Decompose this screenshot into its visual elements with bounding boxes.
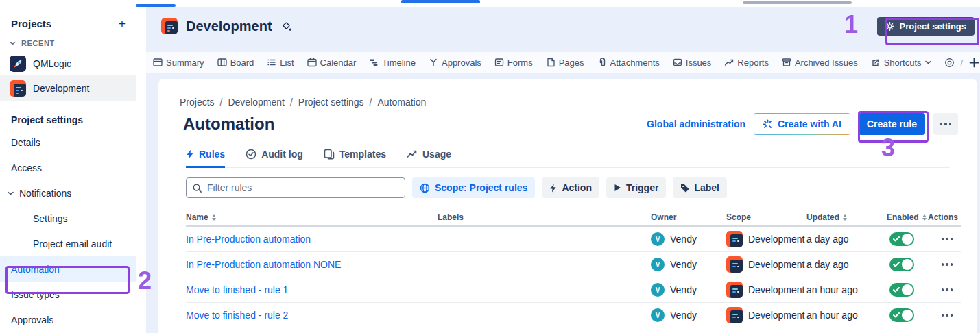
- sidebar-item-qmlogic[interactable]: QMLogic: [0, 51, 136, 75]
- owner-name: Vendy: [670, 259, 697, 270]
- board-icon: [217, 58, 227, 67]
- tab-audit-log[interactable]: Audit log: [246, 149, 303, 168]
- global-administration-link[interactable]: Global administration: [647, 119, 745, 130]
- timeline-icon: [369, 58, 379, 67]
- development-project-icon: [726, 256, 743, 273]
- owner-avatar: V: [651, 308, 665, 322]
- tab-summary[interactable]: Summary: [153, 58, 204, 68]
- tab-timeline[interactable]: Timeline: [369, 58, 416, 68]
- breadcrumb-development[interactable]: Development: [228, 97, 285, 108]
- recent-section-header[interactable]: RECENT: [0, 34, 136, 51]
- nav-settings-gear-icon[interactable]: [944, 58, 955, 68]
- project-settings-button[interactable]: Project settings: [877, 17, 975, 36]
- check-icon: [893, 287, 900, 293]
- column-header-scope: Scope: [726, 212, 806, 222]
- lightning-icon: [549, 184, 557, 193]
- rule-name-link[interactable]: In Pre-Production automation: [186, 234, 311, 245]
- sidebar-item-development[interactable]: Development: [0, 75, 136, 101]
- project-title: Development: [186, 18, 272, 34]
- tab-archived-issues[interactable]: Archived Issues: [782, 58, 858, 68]
- sidebar-item-approvals[interactable]: Approvals: [0, 307, 136, 332]
- ai-sparkle-icon: [763, 119, 773, 130]
- sidebar-item-notifications[interactable]: Notifications: [0, 180, 136, 206]
- row-more-actions-button[interactable]: [937, 310, 957, 321]
- trigger-filter-chip[interactable]: Trigger: [606, 177, 666, 198]
- check-icon: [893, 312, 900, 318]
- row-more-actions-button[interactable]: [937, 234, 957, 245]
- scope-name: Development: [748, 284, 805, 295]
- column-header-enabled[interactable]: Enabled: [887, 212, 928, 222]
- search-icon: [192, 183, 202, 193]
- breadcrumb: Projects / Development / Project setting…: [180, 97, 977, 108]
- tab-approvals[interactable]: Approvals: [429, 58, 481, 68]
- create-rule-button[interactable]: Create rule: [859, 113, 925, 135]
- scope-name: Development: [748, 310, 805, 321]
- filter-rules-search[interactable]: [186, 177, 405, 198]
- sidebar-item-project-email-audit[interactable]: Project email audit: [0, 231, 136, 256]
- row-more-actions-button[interactable]: [937, 259, 957, 270]
- approvals-icon: [429, 58, 438, 67]
- check-icon: [893, 262, 900, 267]
- breadcrumb-automation[interactable]: Automation: [377, 97, 426, 108]
- owner-name: Vendy: [670, 234, 697, 245]
- tab-calendar[interactable]: Calendar: [307, 58, 357, 68]
- sidebar-item-access[interactable]: Access: [0, 155, 136, 180]
- column-header-labels: Labels: [438, 212, 651, 222]
- chevron-down-icon: [10, 41, 16, 45]
- table-header-row: Name Labels Owner Scope Updated Enabled …: [186, 209, 961, 227]
- development-project-icon: [726, 282, 743, 298]
- add-tab-plus-icon[interactable]: [969, 58, 979, 68]
- enabled-toggle[interactable]: [889, 258, 914, 271]
- tab-forms[interactable]: Forms: [494, 58, 533, 68]
- tab-shortcuts[interactable]: Shortcuts: [871, 58, 931, 68]
- chevron-down-icon: [8, 191, 14, 195]
- gear-icon: [885, 22, 894, 31]
- sidebar-item-notification-settings[interactable]: Settings: [0, 206, 136, 231]
- nav-divider: /: [961, 58, 964, 68]
- enabled-toggle[interactable]: [889, 232, 914, 246]
- filter-rules-input[interactable]: [207, 182, 399, 193]
- sidebar-item-details[interactable]: Details: [0, 130, 136, 155]
- enabled-toggle[interactable]: [889, 283, 914, 297]
- owner-avatar: V: [651, 232, 665, 246]
- tab-reports[interactable]: Reports: [724, 58, 769, 68]
- tab-rules[interactable]: Rules: [186, 149, 225, 168]
- column-header-name[interactable]: Name: [186, 212, 438, 222]
- sidebar: Projects + RECENT QMLogic Development Pr…: [0, 7, 136, 333]
- tab-usage[interactable]: Usage: [407, 149, 451, 168]
- scope-filter-chip[interactable]: Scope: Project rules: [412, 177, 535, 198]
- sidebar-item-issue-types[interactable]: Issue types: [0, 282, 136, 307]
- tab-issues[interactable]: Issues: [673, 58, 712, 68]
- copy-pages-icon: [324, 149, 335, 160]
- tab-board[interactable]: Board: [217, 58, 254, 68]
- rule-name-link[interactable]: In Pre-Production automation NONE: [186, 259, 341, 270]
- page-more-actions-button[interactable]: [933, 113, 958, 135]
- top-edge-strip: [0, 0, 980, 7]
- rule-name-link[interactable]: Move to finished - rule 2: [186, 310, 288, 321]
- tab-pages[interactable]: Pages: [546, 58, 584, 68]
- breadcrumb-projects[interactable]: Projects: [180, 97, 215, 108]
- tab-list[interactable]: List: [267, 58, 294, 68]
- chart-usage-icon: [407, 149, 418, 160]
- calendar-icon: [307, 58, 317, 67]
- action-filter-chip[interactable]: Action: [542, 177, 599, 198]
- tab-attachments[interactable]: Attachments: [597, 58, 660, 68]
- enabled-toggle[interactable]: [889, 308, 914, 322]
- label-filter-chip[interactable]: Label: [673, 177, 727, 198]
- rules-table: Name Labels Owner Scope Updated Enabled …: [186, 209, 961, 328]
- rule-name-link[interactable]: Move to finished - rule 1: [186, 284, 288, 295]
- development-project-icon: [161, 18, 178, 34]
- create-with-ai-button[interactable]: Create with AI: [754, 113, 850, 135]
- issues-icon: [673, 58, 682, 67]
- paint-bucket-icon[interactable]: [282, 21, 292, 32]
- column-header-updated[interactable]: Updated: [806, 212, 887, 222]
- forms-icon: [494, 58, 504, 67]
- sidebar-item-automation[interactable]: Automation: [0, 256, 136, 282]
- qmlogic-project-icon: [10, 56, 26, 72]
- content-card: Projects / Development / Project setting…: [158, 79, 977, 333]
- add-project-button[interactable]: +: [119, 18, 126, 29]
- tab-templates[interactable]: Templates: [324, 149, 386, 168]
- owner-avatar: V: [651, 283, 665, 297]
- row-more-actions-button[interactable]: [937, 284, 957, 295]
- breadcrumb-project-settings[interactable]: Project settings: [298, 97, 364, 108]
